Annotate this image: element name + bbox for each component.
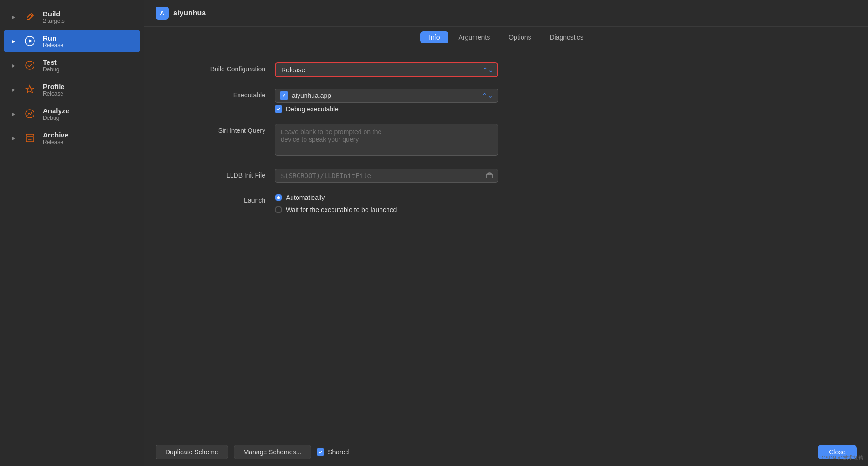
shared-checkbox[interactable] bbox=[317, 448, 324, 456]
build-label: Build bbox=[43, 10, 65, 18]
build-configuration-select[interactable]: Debug Release bbox=[276, 63, 497, 76]
run-text-group: Run Release bbox=[43, 34, 63, 48]
sidebar: ▶ Build 2 targets ▶ Run bbox=[0, 0, 144, 466]
build-sublabel: 2 targets bbox=[43, 18, 65, 24]
launch-row: Launch Automatically Wait for the execut… bbox=[172, 194, 840, 213]
executable-select-wrapper: A aiyunhua.app ⌃⌄ bbox=[275, 89, 498, 103]
launch-wait-label: Wait for the executable to be launched bbox=[286, 206, 397, 213]
build-configuration-control: Debug Release ⌃⌄ bbox=[275, 62, 498, 77]
debug-executable-checkbox[interactable] bbox=[275, 105, 282, 113]
executable-row: Executable A aiyunhua.app ⌃⌄ bbox=[172, 89, 840, 113]
content-area: A aiyunhua Info Arguments Options Diagno… bbox=[144, 0, 868, 466]
build-text-group: Build 2 targets bbox=[43, 10, 65, 24]
sidebar-item-analyze[interactable]: ▶ Analyze Debug bbox=[4, 103, 140, 125]
executable-control: A aiyunhua.app ⌃⌄ Debug executable bbox=[275, 89, 498, 113]
svg-marker-1 bbox=[29, 39, 33, 43]
chevron-icon: ▶ bbox=[10, 62, 17, 69]
launch-label: Launch bbox=[172, 194, 265, 204]
lldb-label: LLDB Init File bbox=[172, 169, 265, 179]
sidebar-item-build[interactable]: ▶ Build 2 targets bbox=[4, 6, 140, 28]
sidebar-item-profile[interactable]: ▶ Profile Release bbox=[4, 78, 140, 101]
debug-executable-row: Debug executable bbox=[275, 105, 498, 113]
tab-info[interactable]: Info bbox=[420, 31, 448, 43]
launch-auto-label: Automatically bbox=[286, 194, 325, 201]
test-sublabel: Debug bbox=[43, 66, 59, 73]
form-area: Build Configuration Debug Release ⌃⌄ Exe… bbox=[144, 48, 868, 438]
archive-icon bbox=[22, 130, 37, 145]
archive-text-group: Archive Release bbox=[43, 131, 68, 145]
build-configuration-select-wrapper: Debug Release ⌃⌄ bbox=[275, 62, 498, 77]
play-icon bbox=[22, 34, 37, 48]
tabs-bar: Info Arguments Options Diagnostics bbox=[144, 27, 868, 48]
app-name: aiyunhua bbox=[173, 9, 206, 17]
archive-label: Archive bbox=[43, 131, 68, 139]
hammer-icon bbox=[22, 9, 37, 24]
sidebar-item-archive[interactable]: ▶ Archive Release bbox=[4, 127, 140, 149]
debug-executable-label: Debug executable bbox=[286, 105, 339, 113]
sidebar-item-run[interactable]: ▶ Run Release bbox=[4, 30, 140, 52]
executable-app-icon: A bbox=[280, 91, 288, 100]
svg-rect-4 bbox=[26, 134, 34, 136]
archive-sublabel: Release bbox=[43, 139, 68, 145]
test-icon bbox=[22, 58, 37, 73]
profile-sublabel: Release bbox=[43, 90, 65, 97]
siri-intent-label: Siri Intent Query bbox=[172, 124, 265, 134]
chevron-icon: ▶ bbox=[10, 38, 17, 44]
executable-wrapper[interactable]: A aiyunhua.app ⌃⌄ bbox=[275, 89, 498, 103]
chevron-icon: ▶ bbox=[10, 14, 17, 20]
sidebar-item-test[interactable]: ▶ Test Debug bbox=[4, 54, 140, 76]
build-configuration-label: Build Configuration bbox=[172, 62, 265, 73]
tab-options[interactable]: Options bbox=[500, 31, 539, 43]
tab-arguments[interactable]: Arguments bbox=[450, 31, 499, 43]
app-icon: A bbox=[156, 7, 169, 20]
footer-shared-section: Shared bbox=[317, 448, 349, 456]
content-header: A aiyunhua bbox=[144, 0, 868, 27]
test-text-group: Test Debug bbox=[43, 58, 59, 73]
duplicate-scheme-button[interactable]: Duplicate Scheme bbox=[156, 445, 228, 459]
launch-auto-radio[interactable] bbox=[275, 194, 282, 201]
chevron-icon: ▶ bbox=[10, 86, 17, 93]
analyze-text-group: Analyze Debug bbox=[43, 107, 69, 121]
profile-icon bbox=[22, 82, 37, 97]
test-label: Test bbox=[43, 58, 59, 66]
launch-control: Automatically Wait for the executable to… bbox=[275, 194, 498, 213]
lldb-control bbox=[275, 169, 498, 183]
launch-wait-radio[interactable] bbox=[275, 206, 282, 213]
launch-wait-row[interactable]: Wait for the executable to be launched bbox=[275, 206, 498, 213]
launch-radio-group: Automatically Wait for the executable to… bbox=[275, 194, 498, 213]
executable-name: aiyunhua.app bbox=[292, 92, 478, 99]
siri-intent-row: Siri Intent Query bbox=[172, 124, 840, 158]
run-label: Run bbox=[43, 34, 63, 42]
svg-point-2 bbox=[26, 61, 34, 69]
siri-intent-control bbox=[275, 124, 498, 158]
watermark: CSDN @技术杠精 bbox=[822, 454, 863, 461]
build-configuration-row: Build Configuration Debug Release ⌃⌄ bbox=[172, 62, 840, 77]
footer: Duplicate Scheme Manage Schemes... Share… bbox=[144, 438, 868, 466]
analyze-label: Analyze bbox=[43, 107, 69, 115]
profile-label: Profile bbox=[43, 82, 65, 90]
launch-auto-row[interactable]: Automatically bbox=[275, 194, 498, 201]
lldb-row: LLDB Init File bbox=[172, 169, 840, 183]
executable-label: Executable bbox=[172, 89, 265, 99]
svg-rect-6 bbox=[487, 174, 492, 178]
lldb-wrapper bbox=[275, 169, 498, 183]
run-sublabel: Release bbox=[43, 42, 63, 48]
lldb-input[interactable] bbox=[275, 169, 481, 183]
analyze-sublabel: Debug bbox=[43, 115, 69, 121]
chevron-icon: ▶ bbox=[10, 135, 17, 141]
siri-intent-textarea[interactable] bbox=[275, 124, 498, 156]
analyze-icon bbox=[22, 106, 37, 121]
chevron-icon: ▶ bbox=[10, 110, 17, 117]
executable-arrow-icon: ⌃⌄ bbox=[482, 92, 493, 99]
profile-text-group: Profile Release bbox=[43, 82, 65, 97]
lldb-browse-button[interactable] bbox=[481, 169, 498, 183]
manage-schemes-button[interactable]: Manage Schemes... bbox=[234, 445, 312, 459]
tab-diagnostics[interactable]: Diagnostics bbox=[541, 31, 591, 43]
shared-label: Shared bbox=[328, 448, 349, 456]
